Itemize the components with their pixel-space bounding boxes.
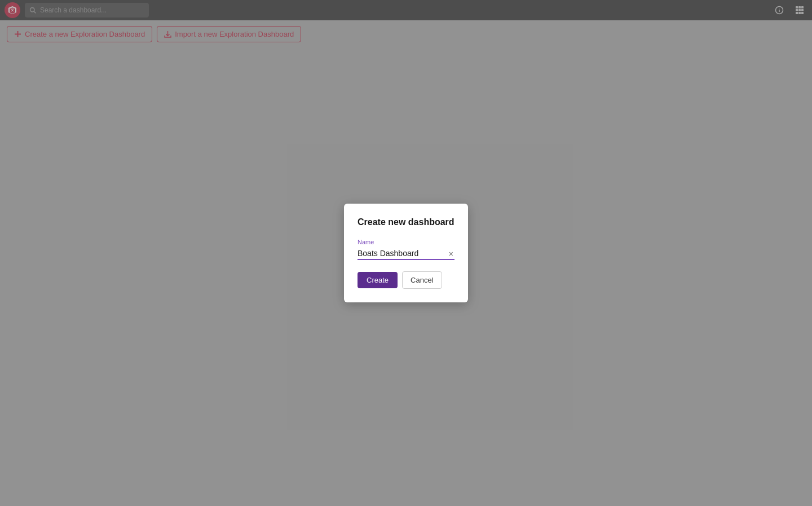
name-label: Name bbox=[358, 239, 454, 245]
modal-title: Create new dashboard bbox=[358, 217, 454, 227]
modal-overlay: Create new dashboard Name × Create Cance… bbox=[0, 0, 812, 506]
modal-actions: Create Cancel bbox=[358, 271, 454, 289]
create-dashboard-modal: Create new dashboard Name × Create Cance… bbox=[344, 204, 468, 302]
name-form-group: Name × bbox=[358, 239, 454, 260]
name-input-wrapper: × bbox=[358, 248, 454, 260]
cancel-button[interactable]: Cancel bbox=[402, 271, 442, 289]
dashboard-name-input[interactable] bbox=[358, 248, 454, 260]
clear-icon: × bbox=[449, 250, 453, 258]
clear-input-button[interactable]: × bbox=[448, 250, 454, 258]
create-button[interactable]: Create bbox=[358, 272, 398, 288]
